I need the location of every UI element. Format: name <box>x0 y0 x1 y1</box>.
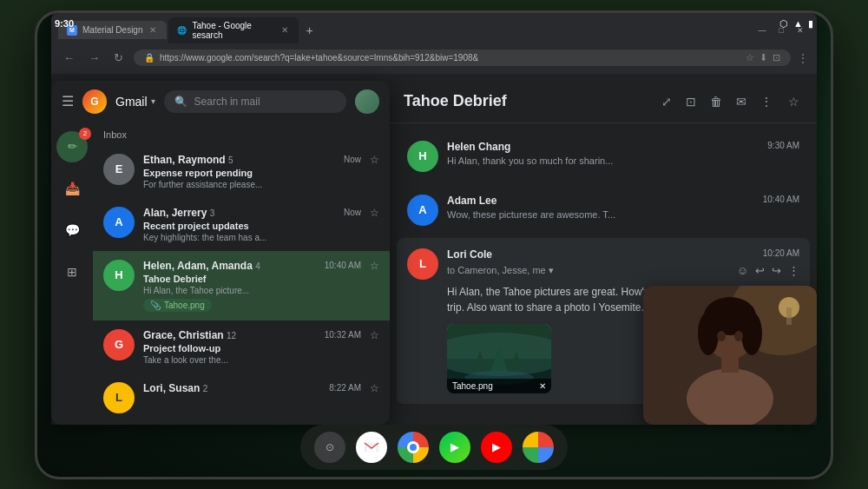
attachment-close-button[interactable]: ✕ <box>539 381 546 391</box>
inbox-label: Inbox <box>93 124 390 145</box>
url-text: https://www.google.com/search?q=lake+tah… <box>160 53 478 63</box>
star-detail-icon[interactable]: ☆ <box>785 91 803 112</box>
mail-preview-4: Take a look over the... <box>143 355 361 365</box>
sidebar-inbox-icon[interactable]: 📥 <box>56 173 88 204</box>
address-bar-icons: ☆ ⬇ ⊡ <box>746 52 780 63</box>
attachment-file-name: Tahoe.png <box>452 381 493 391</box>
expand-icon[interactable]: ⤢ <box>658 91 675 112</box>
mail-preview-2: Key highlights: the team has a... <box>143 233 361 242</box>
compose-icon: ✏ <box>68 140 77 153</box>
video-person-svg <box>643 286 817 425</box>
taskbar-youtube-icon[interactable]: ▶ <box>481 432 512 463</box>
thread-avatar-1: H <box>407 141 438 172</box>
more-options-icon[interactable]: ⋮ <box>757 91 776 112</box>
mail-star-5[interactable]: ☆ <box>370 382 379 394</box>
thread-info-1: Helen Chang 9:30 AM Hi Alan, thank you s… <box>447 141 799 166</box>
taskbar-gmail-icon[interactable] <box>356 432 387 463</box>
mail-body-1: Ethan, Raymond 5 Now Expense report pend… <box>143 154 361 189</box>
mail-list: Inbox E Ethan, Raymond 5 Now Expense rep… <box>93 124 390 425</box>
hamburger-menu-icon[interactable]: ☰ <box>62 93 74 109</box>
mail-body-4: Grace, Christian 12 10:32 AM Project fol… <box>143 329 361 365</box>
sidebar-spaces-icon[interactable]: ⊞ <box>56 256 88 287</box>
mail-star-1[interactable]: ☆ <box>370 154 379 166</box>
mail-time-1: Now <box>344 155 361 164</box>
sidebar-chat-icon[interactable]: 💬 <box>56 215 88 246</box>
thread-time-3: 10:20 AM <box>763 248 799 261</box>
taskbar-photos-icon[interactable] <box>523 432 554 463</box>
star-bookmark-icon[interactable]: ☆ <box>746 52 754 63</box>
taskbar-search-icon: ⊙ <box>326 441 334 453</box>
thread-item-2[interactable]: A Adam Lee 10:40 AM Wow, these picturese… <box>397 184 810 236</box>
thread-time-1: 9:30 AM <box>767 141 799 153</box>
chat-icon: 💬 <box>65 223 80 237</box>
forward-button[interactable]: → <box>85 50 103 66</box>
thread-avatar-3: L <box>407 248 438 280</box>
mail-body-5: Lori, Susan 2 8:22 AM <box>143 382 361 396</box>
mail-item-3[interactable]: H Helen, Adam, Amanda 4 10:40 AM Tahoe D… <box>93 251 390 320</box>
reload-button[interactable]: ↻ <box>110 50 127 66</box>
mail-subject-1: Expense report pending <box>143 168 361 178</box>
mail-sender-1: Ethan, Raymond 5 <box>143 154 233 166</box>
mail-item-1[interactable]: E Ethan, Raymond 5 Now Expense report pe… <box>93 145 390 198</box>
chrome-toolbar-icons: ⋮ <box>798 52 808 64</box>
mark-read-icon[interactable]: ✉ <box>733 91 750 112</box>
svg-rect-18 <box>786 307 792 325</box>
mail-star-2[interactable]: ☆ <box>370 207 379 219</box>
gmail-left-rail: ✏ 2 📥 💬 ⊞ <box>51 124 93 425</box>
reply-more-icon[interactable]: ⋮ <box>788 264 799 277</box>
thread-sender-1: Helen Chang <box>447 141 510 153</box>
chrome-inner-circle <box>407 441 419 453</box>
gmail-header: ☰ G Gmail ▾ 🔍 Search in mail <box>51 81 390 122</box>
forward-button[interactable]: ↪ <box>772 264 781 277</box>
play-icon: ▶ <box>450 440 459 453</box>
mail-preview-1: For further assistance please... <box>143 180 361 189</box>
status-icons: ⬡ ▲ ▮ <box>779 18 813 30</box>
mail-item-2[interactable]: A Alan, Jerrery 3 Now Recent project upd… <box>93 198 390 251</box>
thread-preview-2: Wow, these picturese are awesome. T... <box>447 209 799 220</box>
svg-point-11 <box>698 312 719 355</box>
gmail-dropdown-icon[interactable]: ▾ <box>151 96 155 106</box>
user-avatar[interactable] <box>355 89 379 114</box>
attachment-label: Tahoe.png ✕ <box>447 379 551 393</box>
download-icon[interactable]: ⬇ <box>760 52 767 63</box>
lock-icon: 🔒 <box>144 53 155 63</box>
mail-avatar-3: H <box>103 260 135 291</box>
email-detail-header: Tahoe Debrief ⤢ ⊡ 🗑 ✉ ⋮ ☆ <box>390 81 817 123</box>
gmail-icon-svg <box>362 438 381 457</box>
chrome-menu-button[interactable]: ⋮ <box>798 52 808 64</box>
thread-info-2: Adam Lee 10:40 AM Wow, these picturese a… <box>447 195 799 220</box>
mail-star-4[interactable]: ☆ <box>370 329 379 341</box>
gmail-search-box[interactable]: 🔍 Search in mail <box>164 90 346 113</box>
taskbar-playstore-icon[interactable]: ▶ <box>439 432 470 463</box>
emoji-button[interactable]: ☺ <box>737 264 748 277</box>
bluetooth-icon: ⬡ <box>779 18 788 30</box>
thread-item-1[interactable]: H Helen Chang 9:30 AM Hi Alan, thank you… <box>397 130 810 182</box>
address-input[interactable]: 🔒 https://www.google.com/search?q=lake+t… <box>134 50 791 66</box>
compose-fab[interactable]: ✏ 2 <box>56 131 88 162</box>
svg-rect-14 <box>721 355 739 373</box>
delete-icon[interactable]: 🗑 <box>707 91 726 112</box>
video-call-window <box>643 286 817 425</box>
mail-item-4[interactable]: G Grace, Christian 12 10:32 AM Project f… <box>93 320 390 373</box>
svg-point-12 <box>741 312 762 355</box>
mail-preview-3: Hi Alan, the Tahoe picture... <box>143 286 361 295</box>
email-detail-title: Tahoe Debrief <box>404 92 649 110</box>
taskbar-chrome-icon[interactable] <box>398 432 429 463</box>
gmail-app-name: Gmail <box>115 95 148 109</box>
mail-avatar-1: E <box>103 154 135 185</box>
mail-item-5[interactable]: L Lori, Susan 2 8:22 AM ☆ <box>93 373 390 422</box>
taskbar-search-button[interactable]: ⊙ <box>314 432 345 463</box>
mail-avatar-5: L <box>103 382 135 413</box>
move-icon[interactable]: ⊡ <box>682 91 700 112</box>
back-button[interactable]: ← <box>60 50 78 66</box>
chrome-address-bar: ← → ↻ 🔒 https://www.google.com/search?q=… <box>51 43 817 74</box>
thread-time-2: 10:40 AM <box>763 195 799 207</box>
attachment-chip-3: 📎 Tahoe.png <box>143 299 212 312</box>
video-person <box>643 286 817 425</box>
chrome-window: M Material Design ✕ 🌐 Tahoe - Google ses… <box>51 13 817 425</box>
mail-star-3[interactable]: ☆ <box>370 260 379 272</box>
mail-time-2: Now <box>344 208 361 217</box>
reply-button[interactable]: ↩ <box>755 264 765 277</box>
gmail-window: ☰ G Gmail ▾ 🔍 Search in mail ✏ <box>51 81 390 425</box>
sync-icon[interactable]: ⊡ <box>773 52 780 63</box>
